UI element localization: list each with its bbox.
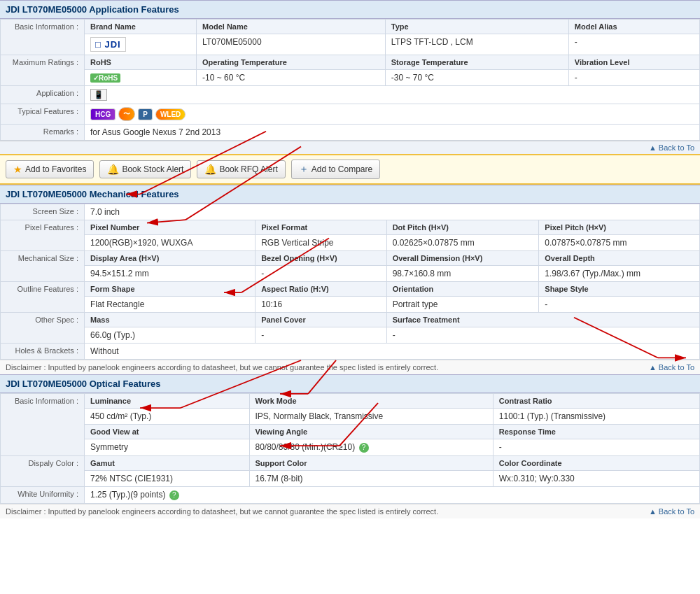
display-color-label: Dispaly Color : xyxy=(1,456,85,487)
viewing-angle-val: 80/80/80/80 (Min.)(CR≥10) ? xyxy=(249,439,493,456)
pixel-number-col: Pixel Number xyxy=(85,220,255,235)
symmetry-val: Symmetry xyxy=(85,439,250,456)
work-mode-val: IPS, Normally Black, Transmissive xyxy=(249,409,493,425)
bezel-opening-val: - xyxy=(255,266,387,282)
dot-pitch-val: 0.02625×0.07875 mm xyxy=(386,235,539,251)
vibration-col: Vibration Level xyxy=(568,55,699,70)
contrast-ratio-col: Contrast Ratio xyxy=(493,394,699,409)
hcg-icon: HCG xyxy=(90,108,115,120)
star-icon: ★ xyxy=(13,164,22,175)
outline-features-label: Outline Features : xyxy=(1,282,85,313)
op-temp-col: Operating Temperature xyxy=(197,55,386,70)
pixel-features-label: Pixel Features : xyxy=(1,220,85,251)
dot-pitch-col: Dot Pitch (H×V) xyxy=(386,220,539,235)
holes-val: Without xyxy=(85,344,700,360)
mass-col: Mass xyxy=(85,313,255,327)
brand-name-col: Brand Name xyxy=(85,20,197,34)
pixel-pitch-val: 0.07875×0.07875 mm xyxy=(539,235,700,251)
white-uniformity-val: 1.25 (Typ.)(9 points) ? xyxy=(85,487,700,504)
add-to-compare-button[interactable]: ＋ Add to Compare xyxy=(291,160,380,179)
max-ratings-label: Maximum Ratings : xyxy=(1,55,85,86)
mech-size-label: Mechanical Size : xyxy=(1,251,85,282)
panel-cover-val: - xyxy=(255,327,387,344)
remarks-label: Remarks : xyxy=(1,125,85,141)
back-to-bar-1[interactable]: ▲ Back to To xyxy=(0,141,700,154)
add-to-favorites-button[interactable]: ★ Add to Favorites xyxy=(6,160,94,178)
color-coord-col: Color Coordinate xyxy=(493,456,699,471)
model-alias-val: - xyxy=(568,34,699,55)
info-icon-2[interactable]: ? xyxy=(169,490,179,500)
overall-depth-val: 1.98/3.67 (Typ./Max.) mm xyxy=(539,266,700,282)
viewing-angle-col: Viewing Angle xyxy=(249,425,493,439)
gamut-val: 72% NTSC (CIE1931) xyxy=(85,471,250,487)
pixel-number-val: 1200(RGB)×1920, WUXGA xyxy=(85,235,255,251)
gamut-col: Gamut xyxy=(85,456,250,471)
model-name-col: Model Name xyxy=(197,20,386,34)
shape-style-val: - xyxy=(539,297,700,313)
overall-dim-col: Overall Dimension (H×V) xyxy=(386,251,539,266)
display-area-val: 94.5×151.2 mm xyxy=(85,266,255,282)
vibration-val: - xyxy=(568,70,699,86)
bezel-opening-col: Bezel Opening (H×V) xyxy=(255,251,387,266)
application-icon: 📱 xyxy=(90,89,107,101)
typical-features-label: Typical Features : xyxy=(1,104,85,125)
back-to-bar-3[interactable]: ▲ Back to To xyxy=(649,507,694,516)
work-mode-col: Work Mode xyxy=(249,394,493,409)
brand-val: □ JDI xyxy=(85,34,197,55)
disclaimer-1: Disclaimer : Inputted by panelook engine… xyxy=(0,360,700,374)
basic-info-label: Basic Information : xyxy=(1,20,85,55)
display-area-col: Display Area (H×V) xyxy=(85,251,255,266)
brand-logo: □ JDI xyxy=(90,37,126,52)
storage-temp-val: -30 ~ 70 °C xyxy=(385,70,568,86)
optical-features-header: JDI LT070ME05000 Optical Features xyxy=(0,374,700,393)
surface-treatment-col: Surface Treatment xyxy=(386,313,699,327)
response-time-val: - xyxy=(493,439,699,456)
color-coord-val: Wx:0.310; Wy:0.330 xyxy=(493,471,699,487)
back-to-bar-2[interactable]: ▲ Back to To xyxy=(649,363,694,372)
model-val: LT070ME05000 xyxy=(197,34,386,55)
feature-icons: HCG 〜 P WLED xyxy=(90,107,694,121)
pixel-pitch-col: Pixel Pitch (H×V) xyxy=(539,220,700,235)
orange-icon: 〜 xyxy=(118,107,135,121)
luminance-val: 450 cd/m² (Typ.) xyxy=(85,409,250,425)
book-stock-alert-button[interactable]: 🔔 Book Stock Alert xyxy=(99,160,191,178)
rohs-badge: ✓RoHS xyxy=(90,73,120,83)
op-temp-val: -10 ~ 60 °C xyxy=(197,70,386,86)
disclaimer-2: Disclaimer : Inputted by panelook engine… xyxy=(0,504,700,518)
form-shape-col: Form Shape xyxy=(85,282,255,297)
type-val: LTPS TFT-LCD , LCM xyxy=(385,34,568,55)
pixel-format-col: Pixel Format xyxy=(255,220,387,235)
mass-val: 66.0g (Typ.) xyxy=(85,327,255,344)
support-color-val: 16.7M (8-bit) xyxy=(249,471,493,487)
screen-size-label: Screen Size : xyxy=(1,204,85,220)
book-rfq-alert-button[interactable]: 🔔 Book RFQ Alert xyxy=(197,160,285,178)
orientation-col: Orientation xyxy=(386,282,539,297)
rohs-col: RoHS xyxy=(85,55,197,70)
overall-depth-col: Overall Depth xyxy=(539,251,700,266)
application-val: 📱 xyxy=(85,86,700,104)
white-uniformity-label: White Uniformity : xyxy=(1,487,85,504)
good-view-col: Good View at xyxy=(85,425,250,439)
type-col: Type xyxy=(385,20,568,34)
bell-icon: 🔔 xyxy=(107,164,119,175)
screen-size-val: 7.0 inch xyxy=(85,204,700,220)
contrast-ratio-val: 1100:1 (Typ.) (Transmissive) xyxy=(493,409,699,425)
model-alias-col: Model Alias xyxy=(568,20,699,34)
orientation-val: Portrait type xyxy=(386,297,539,313)
holes-label: Holes & Brackets : xyxy=(1,344,85,360)
app-features-header: JDI LT070ME05000 Application Features xyxy=(0,0,700,19)
typical-features-val: HCG 〜 P WLED xyxy=(85,104,700,125)
shape-style-col: Shape Style xyxy=(539,282,700,297)
overall-dim-val: 98.7×160.8 mm xyxy=(386,266,539,282)
mechanical-features-table: Screen Size : 7.0 inch Pixel Features : … xyxy=(0,204,700,360)
rohs-val: ✓RoHS xyxy=(85,70,197,86)
form-shape-val: Flat Rectangle xyxy=(85,297,255,313)
app-features-table: Basic Information : Brand Name Model Nam… xyxy=(0,19,700,141)
luminance-col: Luminance xyxy=(85,394,250,409)
optical-basic-info-label: Basic Information : xyxy=(1,394,85,456)
info-icon-1[interactable]: ? xyxy=(359,443,369,453)
other-spec-label: Other Spec : xyxy=(1,313,85,344)
plus-icon: ＋ xyxy=(299,163,309,176)
aspect-ratio-col: Aspect Ratio (H:V) xyxy=(255,282,387,297)
optical-features-table: Basic Information : Luminance Work Mode … xyxy=(0,393,700,504)
